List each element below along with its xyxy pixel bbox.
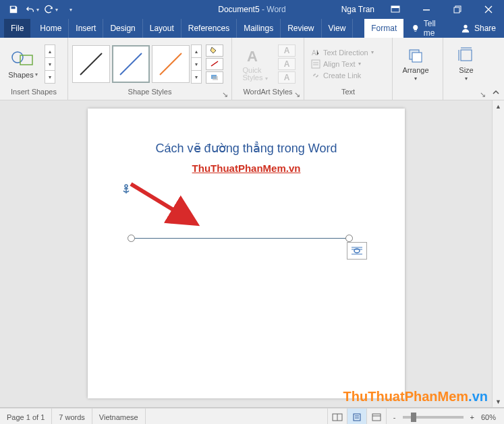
tab-review[interactable]: Review: [281, 19, 321, 38]
tell-me-search[interactable]: Tell me: [403, 19, 453, 38]
tab-view[interactable]: View: [322, 19, 354, 38]
shape-style-scroll[interactable]: ▴ ▾ ▾: [191, 44, 202, 83]
size-icon: [457, 46, 476, 65]
zoom-out-button[interactable]: -: [391, 413, 399, 421]
group-label-size: ↘: [447, 88, 485, 98]
vertical-scrollbar[interactable]: ▲ ▼: [492, 100, 504, 407]
svg-rect-20: [461, 50, 472, 61]
shape-style-3[interactable]: [152, 45, 190, 83]
group-label-arrange: [397, 88, 439, 98]
user-name: Nga Tran: [341, 5, 374, 14]
scroll-up-button[interactable]: ▲: [493, 100, 504, 112]
doc-heading: Cách vẽ đường thẳng trong Word: [88, 141, 405, 156]
tab-layout[interactable]: Layout: [143, 19, 181, 38]
resize-handle-right[interactable]: [345, 235, 353, 242]
svg-rect-4: [454, 7, 459, 13]
quick-styles-button[interactable]: A QuickStyles ▾: [236, 45, 274, 83]
text-direction-icon: A: [311, 48, 320, 57]
insert-shapes-scroll[interactable]: ▴ ▾ ▾: [45, 44, 55, 83]
layout-options-button[interactable]: [347, 242, 367, 260]
web-layout-button[interactable]: [366, 408, 386, 424]
text-direction-button: A Text Direction▾: [311, 48, 374, 57]
group-size: Size ▾ ↘: [443, 38, 489, 100]
gallery-more-icon[interactable]: ▾: [191, 70, 202, 84]
shapes-icon: [11, 49, 35, 69]
qat-customize-button[interactable]: ▾: [62, 2, 78, 17]
restore-button[interactable]: [442, 0, 473, 19]
shape-style-2[interactable]: [112, 45, 150, 83]
status-page[interactable]: Page 1 of 1: [0, 408, 52, 424]
redo-button[interactable]: ▾: [43, 2, 59, 17]
group-shape-styles: ▴ ▾ ▾ Shape Styles ↘: [68, 38, 232, 100]
size-launcher[interactable]: ↘: [478, 90, 486, 98]
shape-outline-button[interactable]: [206, 58, 223, 70]
read-mode-button[interactable]: [327, 408, 347, 424]
watermark: ThuThuatPhanMem.vn: [343, 389, 488, 404]
share-button[interactable]: Share: [453, 24, 504, 33]
text-outline-button: A: [278, 58, 296, 70]
save-button[interactable]: [5, 2, 22, 17]
resize-handle-left[interactable]: [128, 235, 135, 242]
gallery-up-icon[interactable]: ▴: [191, 44, 202, 58]
lightbulb-icon: [412, 24, 420, 33]
shape-effects-button[interactable]: [206, 71, 223, 84]
group-arrange: Arrange ▾: [393, 38, 443, 100]
share-icon: [461, 24, 470, 33]
ribbon-tabs: File Home Insert Design Layout Reference…: [0, 19, 504, 38]
shape-style-gallery[interactable]: [72, 45, 190, 83]
zoom-slider[interactable]: [403, 416, 464, 419]
gallery-down-icon[interactable]: ▾: [45, 57, 55, 71]
tab-mailings[interactable]: Mailings: [237, 19, 281, 38]
document-page[interactable]: Cách vẽ đường thẳng trong Word ThuThuatP…: [88, 109, 405, 398]
tab-design[interactable]: Design: [103, 19, 142, 38]
minimize-button[interactable]: [411, 0, 442, 19]
zoom-level[interactable]: 60%: [477, 413, 500, 421]
document-canvas[interactable]: Cách vẽ đường thẳng trong Word ThuThuatP…: [0, 100, 504, 408]
group-label-wordart: WordArt Styles ↘: [236, 88, 300, 98]
doc-link: ThuThuatPhanMem.vn: [88, 162, 405, 174]
gallery-more-icon[interactable]: ▾: [45, 70, 55, 84]
tab-format[interactable]: Format: [364, 19, 403, 38]
group-label-text: Text: [308, 88, 388, 98]
user-account[interactable]: Nga Tran: [336, 5, 380, 14]
document-name: Document5: [218, 5, 259, 14]
shapes-button[interactable]: Shapes▾: [4, 48, 42, 80]
tab-references[interactable]: References: [181, 19, 237, 38]
arrange-button[interactable]: Arrange ▾: [397, 44, 435, 83]
status-word-count[interactable]: 7 words: [52, 408, 92, 424]
status-language[interactable]: Vietnamese: [92, 408, 146, 424]
gallery-up-icon[interactable]: ▴: [45, 44, 55, 58]
title-bar: ▾ ▾ ▾ Document5 - Word Nga Tran: [0, 0, 504, 19]
scroll-down-button[interactable]: ▼: [493, 396, 504, 407]
text-fill-button: A: [278, 44, 296, 57]
shape-styles-launcher[interactable]: ↘: [221, 90, 229, 98]
svg-rect-28: [372, 414, 381, 421]
app-suffix: - Word: [260, 5, 286, 14]
close-button[interactable]: [473, 0, 504, 19]
wordart-launcher[interactable]: ↘: [293, 90, 301, 98]
svg-rect-1: [391, 6, 399, 8]
gallery-down-icon[interactable]: ▾: [191, 57, 202, 71]
zoom-in-button[interactable]: +: [468, 413, 477, 421]
svg-line-22: [131, 184, 193, 222]
size-button[interactable]: Size ▾: [447, 44, 485, 83]
collapse-ribbon-button[interactable]: [491, 88, 501, 98]
share-label: Share: [474, 24, 496, 33]
tab-home[interactable]: Home: [33, 19, 69, 38]
tab-file[interactable]: File: [4, 19, 30, 38]
shape-fill-button[interactable]: [206, 44, 223, 57]
ribbon-display-options-button[interactable]: [380, 0, 411, 19]
group-text: A Text Direction▾ Align Text▾ Create Lin…: [304, 38, 393, 100]
svg-text:A: A: [247, 48, 258, 65]
svg-text:A: A: [312, 49, 316, 57]
zoom-thumb[interactable]: [411, 413, 416, 422]
print-layout-button[interactable]: [347, 408, 366, 424]
tab-insert[interactable]: Insert: [69, 19, 103, 38]
selected-line-shape[interactable]: [131, 238, 349, 241]
svg-rect-25: [354, 414, 360, 421]
shape-style-1[interactable]: [72, 45, 110, 83]
ribbon: Shapes▾ ▴ ▾ ▾ Insert Shapes ▴ ▾ ▾: [0, 38, 504, 100]
svg-point-5: [464, 25, 467, 28]
undo-button[interactable]: ▾: [24, 2, 40, 17]
layout-options-icon: [350, 245, 364, 256]
